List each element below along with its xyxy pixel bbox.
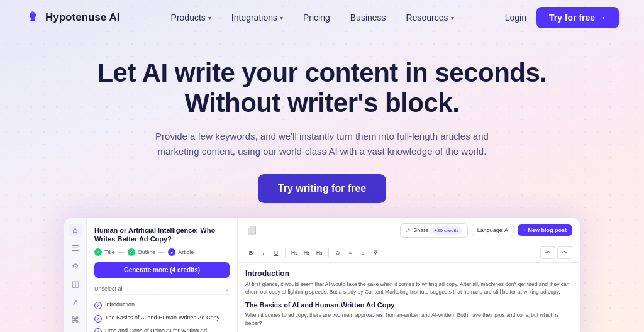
sidebar-code-icon[interactable]: ⌘ xyxy=(69,314,82,326)
sidebar-settings-icon[interactable]: ⚙ xyxy=(69,260,82,272)
unselect-all-label[interactable]: Unselect all xyxy=(94,285,124,292)
check-3-icon: ✓ xyxy=(94,328,102,332)
app-screenshot: ⌂ ☰ ⚙ ◫ ↗ ⌘ ⊞ Human or Artificial Intell… xyxy=(64,218,580,332)
nav-business[interactable]: Business xyxy=(341,9,395,26)
resources-chevron-icon: ▾ xyxy=(451,14,454,21)
step-title-dot: ✓ xyxy=(94,248,102,256)
app-right-panel: ⬜ ↗ Share +30 credits Language A + New b… xyxy=(238,218,580,332)
formatting-toolbar: B I U H₁ H₂ H₃ ⊘ ≡ ↓ ∇ ↶ ↷ xyxy=(238,243,580,263)
sidebar-docs-icon[interactable]: ☰ xyxy=(69,242,82,254)
h2-button[interactable]: H₂ xyxy=(301,247,313,258)
nav-right: Login Try for free → xyxy=(505,7,619,28)
article-content: Introduction At first glance, it would s… xyxy=(238,263,580,332)
outline-item-1: ✓ Introduction xyxy=(94,299,230,312)
section-text: When it comes to ad copy, there are two … xyxy=(245,311,572,328)
check-2-icon: ✓ xyxy=(94,315,102,323)
share-icon: ↗ xyxy=(406,227,411,233)
hero-section: Let AI write your content in seconds. Wi… xyxy=(0,35,644,218)
undo-button[interactable]: ↶ xyxy=(540,246,555,259)
h1-button[interactable]: H₁ xyxy=(289,247,300,258)
products-chevron-icon: ▾ xyxy=(208,14,211,21)
doc-title: Human or Artificial Intelligence: Who Wr… xyxy=(94,226,230,244)
right-toolbar: ⬜ ↗ Share +30 credits Language A + New b… xyxy=(238,218,580,243)
logo-text: Hypotenuse AI xyxy=(45,11,119,24)
h3-button[interactable]: H₃ xyxy=(314,247,325,258)
toolbar-right: ↗ Share +30 credits Language A + New blo… xyxy=(400,223,572,238)
step-title: ✓ Title xyxy=(94,248,115,256)
hero-title: Let AI write your content in seconds. Wi… xyxy=(13,58,631,119)
nav-integrations[interactable]: Integrations ▾ xyxy=(223,9,292,26)
fmt-separator-2 xyxy=(328,248,329,257)
nav-resources[interactable]: Resources ▾ xyxy=(397,9,463,26)
step-line-2 xyxy=(158,252,165,253)
try-free-button[interactable]: Try for free → xyxy=(536,7,619,28)
generate-button[interactable]: Generate more (4 credits) xyxy=(94,262,230,278)
intro-heading: Introduction xyxy=(245,269,572,278)
language-icon: A xyxy=(504,227,508,233)
list-button[interactable]: ≡ xyxy=(345,247,356,258)
nav-pricing[interactable]: Pricing xyxy=(294,9,339,26)
app-left-panel: Human or Artificial Intelligence: Who Wr… xyxy=(87,218,238,332)
unselect-row: Unselect all ⌄ xyxy=(94,283,230,295)
steps-row: ✓ Title ✓ Outline ● Article xyxy=(94,248,230,256)
sidebar-chart-icon[interactable]: ↗ xyxy=(69,296,82,308)
doc-icon: ⬜ xyxy=(245,224,258,236)
fmt-separator-1 xyxy=(285,248,286,257)
hero-cta-button[interactable]: Try writing for free xyxy=(258,174,386,203)
credits-badge: +30 credits xyxy=(431,226,462,235)
step-outline-dot: ✓ xyxy=(128,248,135,256)
nav-links: Products ▾ Integrations ▾ Pricing Busine… xyxy=(162,9,463,26)
app-sidebar: ⌂ ☰ ⚙ ◫ ↗ ⌘ ⊞ xyxy=(64,218,87,332)
outline-item-3: ✓ Pros and Cons of Using AI for Writing … xyxy=(94,325,230,332)
toolbar-left: ⬜ xyxy=(245,224,258,236)
step-article: ● Article xyxy=(168,248,194,256)
logo[interactable]: Hypotenuse AI xyxy=(25,10,119,25)
navbar: Hypotenuse AI Products ▾ Integrations ▾ … xyxy=(0,0,644,35)
align-button[interactable]: ↓ xyxy=(357,247,369,258)
integrations-chevron-icon: ▾ xyxy=(280,14,283,21)
more-button[interactable]: ∇ xyxy=(370,247,381,258)
nav-products[interactable]: Products ▾ xyxy=(162,9,220,26)
sidebar-image-icon[interactable]: ◫ xyxy=(69,278,82,290)
step-line-1 xyxy=(118,252,125,253)
intro-text: At first glance, it would seem that AI w… xyxy=(245,280,572,297)
language-button[interactable]: Language A xyxy=(472,224,514,236)
section-heading: The Basics of AI and Human-Written Ad Co… xyxy=(245,301,572,309)
fmt-actions: ↶ ↷ xyxy=(540,246,572,259)
hero-subtitle: Provide a few keywords, and we'll instan… xyxy=(146,129,498,159)
redo-button[interactable]: ↷ xyxy=(557,246,572,259)
underline-button[interactable]: U xyxy=(270,247,282,258)
outline-item-2: ✓ The Basics of AI and Human-Written Ad … xyxy=(94,312,230,325)
link-button[interactable]: ⊘ xyxy=(332,247,343,258)
svg-point-0 xyxy=(31,11,34,14)
italic-button[interactable]: I xyxy=(258,247,269,258)
share-button[interactable]: ↗ Share +30 credits xyxy=(400,223,467,238)
step-article-dot: ● xyxy=(168,248,175,256)
logo-icon xyxy=(25,10,40,25)
bold-button[interactable]: B xyxy=(245,247,257,258)
sidebar-home-icon[interactable]: ⌂ xyxy=(69,224,82,236)
login-button[interactable]: Login xyxy=(505,13,526,23)
new-blog-button[interactable]: + New blog post xyxy=(518,224,572,236)
step-outline: ✓ Outline xyxy=(128,248,156,256)
check-1-icon: ✓ xyxy=(94,302,102,309)
unselect-chevron-icon: ⌄ xyxy=(225,285,230,292)
